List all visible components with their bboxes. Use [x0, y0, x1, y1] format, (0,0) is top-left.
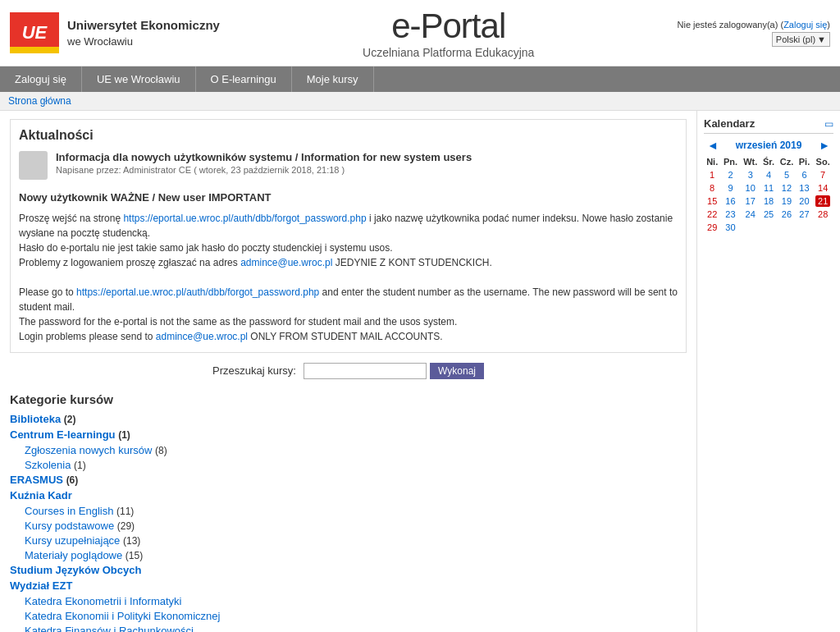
- calendar-day[interactable]: 2: [720, 168, 740, 181]
- calendar-day[interactable]: 24: [741, 208, 760, 221]
- top-right-area: Nie jesteś zalogowany(a) (Zaloguj się) P…: [678, 20, 831, 47]
- cal-prev-icon[interactable]: ◄: [704, 139, 722, 152]
- cat-link-kfr[interactable]: Katedra Finansów i Rachunkowości: [25, 625, 687, 633]
- calendar-day[interactable]: 10: [741, 181, 760, 195]
- university-name: Uniwersytet Ekonomiczny we Wrocławiu: [67, 16, 220, 48]
- calendar-day[interactable]: 30: [720, 221, 740, 234]
- calendar-day[interactable]: 29: [704, 221, 720, 234]
- calendar-day[interactable]: 7: [812, 168, 833, 181]
- cal-next-icon[interactable]: ►: [815, 139, 833, 152]
- calendar-day[interactable]: 6: [797, 168, 813, 181]
- calendar-day[interactable]: 5: [777, 168, 796, 181]
- calendar-day[interactable]: 8: [704, 181, 720, 195]
- calendar-day[interactable]: 28: [812, 208, 833, 221]
- nav-elearning[interactable]: O E-learningu: [196, 66, 292, 92]
- en-link2[interactable]: admince@ue.wroc.pl: [156, 331, 248, 342]
- search-button[interactable]: Wykonaj: [430, 363, 484, 379]
- calendar-day[interactable]: 23: [720, 208, 740, 221]
- cal-day-pi: Pi.: [797, 155, 813, 168]
- en-text4: Login problems please send to: [19, 331, 156, 342]
- cal-day-ni: Ni.: [704, 155, 720, 168]
- breadcrumb-home[interactable]: Strona główna: [8, 95, 71, 107]
- pl-text4: Problemy z logowaniem proszę zgłaszać na…: [19, 257, 240, 268]
- login-link[interactable]: Zaloguj się: [783, 20, 827, 30]
- top-bar: UE Uniwersytet Ekonomiczny we Wrocławiu …: [0, 0, 840, 66]
- cat-link-ezt[interactable]: Wydział EZT: [10, 579, 687, 592]
- en-link1[interactable]: https://eportal.ue.wroc.pl/auth/dbb/forg…: [76, 286, 319, 298]
- kategorie-title: Kategorie kursów: [10, 392, 687, 406]
- calendar-month-label: wrzesień 2019: [736, 140, 802, 151]
- calendar-day[interactable]: 12: [777, 181, 796, 195]
- cal-day-sr: Śr.: [760, 155, 777, 168]
- cat-link-znk[interactable]: Zgłoszenia nowych kursów (8): [25, 444, 687, 456]
- cat-link-poglad[interactable]: Materiały poglądowe (15): [25, 549, 687, 561]
- cal-day-wt: Wt.: [741, 155, 760, 168]
- lang-label: Polski (pl): [776, 34, 815, 44]
- calendar-day[interactable]: 16: [720, 195, 740, 208]
- logo-area: UE Uniwersytet Ekonomiczny we Wrocławiu: [10, 12, 220, 53]
- calendar-day[interactable]: 26: [777, 208, 796, 221]
- pl-text3: Hasło do e-portalu nie jest takie samo j…: [19, 242, 393, 254]
- calendar-day[interactable]: 13: [797, 181, 813, 195]
- cat-ezt: Wydział EZT Katedra Ekonometrii i Inform…: [10, 579, 687, 633]
- calendar-day[interactable]: 17: [741, 195, 760, 208]
- pl-text5: JEDYNIE Z KONT STUDENCKICH.: [336, 257, 492, 268]
- important-label: Nowy użytkownik WAŻNE / New user IMPORTA…: [19, 190, 678, 206]
- main-layout: Aktualności Informacja dla nowych użytko…: [0, 111, 840, 632]
- not-logged-text: Nie jesteś zalogowany(a): [678, 20, 778, 30]
- calendar-day[interactable]: 9: [720, 181, 740, 195]
- calendar-day[interactable]: 25: [760, 208, 777, 221]
- cat-link-sjo[interactable]: Studium Języków Obcych: [10, 564, 687, 576]
- cat-biblioteka: Biblioteka (2): [10, 413, 687, 425]
- logo-yellow-bar: [10, 47, 59, 53]
- language-selector[interactable]: Polski (pl) ▼: [772, 32, 830, 47]
- nav-login[interactable]: Zaloguj się: [0, 66, 82, 92]
- calendar-day: [812, 221, 833, 234]
- nav-mycourses[interactable]: Moje kursy: [292, 66, 374, 92]
- calendar-day[interactable]: 27: [797, 208, 813, 221]
- news-meta: Napisane przez: Administrator CE ( wtore…: [56, 165, 678, 175]
- news-item: Informacja dla nowych użytkowników syste…: [19, 151, 678, 180]
- calendar-day[interactable]: 21: [812, 195, 833, 208]
- cat-link-cel[interactable]: Centrum E-learningu (1): [10, 428, 687, 441]
- breadcrumb: Strona główna: [0, 92, 840, 111]
- calendar-day: [760, 221, 777, 234]
- cal-day-cz: Cz.: [777, 155, 796, 168]
- pl-link2[interactable]: admince@ue.wroc.pl: [240, 257, 332, 268]
- sidebar: Kalendarz ▭ ◄ wrzesień 2019 ► Ni. Pn. Wt…: [696, 111, 840, 632]
- aktualnosci-box: Aktualności Informacja dla nowych użytko…: [10, 119, 687, 353]
- nav-ue[interactable]: UE we Wrocławiu: [82, 66, 196, 92]
- content-area: Aktualności Informacja dla nowych użytko…: [0, 111, 696, 632]
- en-text5: ONLY FROM STUDENT MAIL ACCOUNTS.: [250, 331, 442, 342]
- calendar-toggle[interactable]: ▭: [824, 118, 833, 130]
- cat-link-kei[interactable]: Katedra Ekonometrii i Informatyki: [25, 595, 687, 607]
- cat-link-szkolenia[interactable]: Szkolenia (1): [25, 459, 687, 471]
- calendar-day[interactable]: 22: [704, 208, 720, 221]
- calendar-day[interactable]: 20: [797, 195, 813, 208]
- cat-link-kepe[interactable]: Katedra Ekonomii i Polityki Ekonomicznej: [25, 610, 687, 622]
- logo-letters: UE: [22, 24, 48, 42]
- cat-link-kuznia[interactable]: Kuźnia Kadr: [10, 489, 687, 501]
- calendar-day[interactable]: 4: [760, 168, 777, 181]
- portal-subtitle: Uczelniana Platforma Edukacyjna: [220, 46, 678, 59]
- pl-text1: Proszę wejść na stronę: [19, 213, 123, 224]
- en-text3: The password for the e-portal is not the…: [19, 316, 457, 327]
- news-content: Informacja dla nowych użytkowników syste…: [56, 151, 678, 180]
- cat-link-podstawowe[interactable]: Kursy podstawowe (29): [25, 520, 687, 532]
- calendar-day: [797, 221, 813, 234]
- calendar-day[interactable]: 15: [704, 195, 720, 208]
- news-body: Nowy użytkownik WAŻNE / New user IMPORTA…: [19, 190, 678, 344]
- cat-link-uzupelniajace[interactable]: Kursy uzupełniające (13): [25, 534, 687, 547]
- search-input[interactable]: [304, 363, 427, 379]
- calendar-day[interactable]: 14: [812, 181, 833, 195]
- cat-link-english[interactable]: Courses in English (11): [25, 505, 687, 517]
- cat-link-biblioteka[interactable]: Biblioteka (2): [10, 413, 687, 425]
- cat-link-erasmus[interactable]: ERASMUS (6): [10, 474, 687, 486]
- calendar-day[interactable]: 18: [760, 195, 777, 208]
- calendar-day[interactable]: 19: [777, 195, 796, 208]
- calendar-day[interactable]: 11: [760, 181, 777, 195]
- calendar-day[interactable]: 3: [741, 168, 760, 181]
- pl-link1[interactable]: https://eportal.ue.wroc.pl/auth/dbb/forg…: [123, 213, 366, 224]
- calendar-day[interactable]: 1: [704, 168, 720, 181]
- cat-cel: Centrum E-learningu (1) Zgłoszenia nowyc…: [10, 428, 687, 471]
